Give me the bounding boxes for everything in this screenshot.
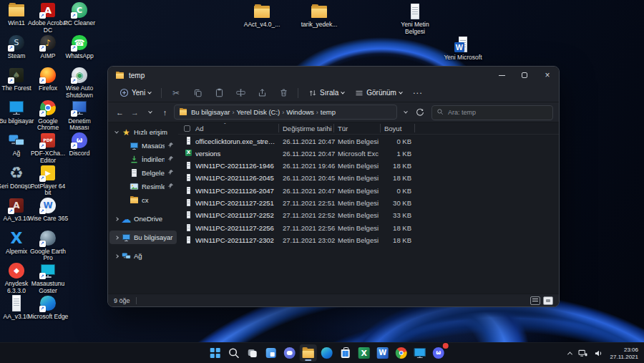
file-row[interactable]: officeclicktorun.exe_streamserver(202...… <box>178 135 559 147</box>
taskbar-display-button[interactable] <box>411 344 429 362</box>
column-header-date[interactable]: Değiştirme tarihi <box>283 125 332 132</box>
breadcrumb-segment[interactable]: Bu bilgisayar <box>190 108 230 116</box>
sidebar-item-resimler[interactable]: Resimler <box>109 180 177 193</box>
expander-chevron-icon[interactable] <box>114 218 119 221</box>
sidebar-item-masaüstü[interactable]: Masaüstü <box>109 139 177 153</box>
network-status-icon[interactable] <box>576 346 590 362</box>
desktop-icon-yeni-metin[interactable]: Yeni Metin Belgesi <box>392 3 438 35</box>
share-button[interactable] <box>253 86 270 100</box>
sidebar-item-belgeler[interactable]: Belgeler <box>109 166 177 180</box>
file-row[interactable]: WIN11PC-20211126-2047 26.11.2021 20:47 M… <box>178 184 559 196</box>
breadcrumb-segment[interactable]: Windows <box>286 108 315 116</box>
desktop-icon-wisecare[interactable]: W↗ Wise Care 365 <box>32 197 64 223</box>
desktop-icon-whatsapp[interactable]: ☎↗ WhatsApp <box>64 34 95 60</box>
sidebar-item-bu-bilgisayar[interactable]: Bu bilgisayar <box>109 231 177 244</box>
details-view-button[interactable] <box>530 296 540 305</box>
desktop-icon-googleearth[interactable]: ↗ Google Earth Pro <box>32 230 64 262</box>
taskbar-chat-button[interactable] <box>281 344 298 362</box>
desktop-icon-yeni-word[interactable]: W Yeni Microsoft ... <box>440 36 486 68</box>
desktop-icon-discord[interactable]: ω↗ Discord <box>64 132 95 158</box>
sidebar-item-ağ[interactable]: Ağ <box>109 249 177 263</box>
desktop-icon-wiseauto[interactable]: ◉↗ Wise Auto Shutdown <box>64 67 95 99</box>
desktop-icon-adobe[interactable]: A↗ Adobe Acrobat DC <box>32 1 64 34</box>
taskbar-clock[interactable]: 23:06 27.11.2021 <box>608 347 641 360</box>
column-header-size[interactable]: Boyut <box>384 125 401 132</box>
desktop-icon-pccleaner[interactable]: C↗ PC Cleaner <box>64 1 95 27</box>
desktop-icon-denetim[interactable]: ↗ Denetim Masası <box>64 100 95 132</box>
taskbar-discord-button[interactable]: ω <box>430 344 447 362</box>
more-options-button[interactable]: ... <box>409 86 427 100</box>
taskbar-task-view-button[interactable] <box>244 344 261 362</box>
window-titlebar[interactable]: temp × <box>108 67 559 84</box>
desktop-icon-potplayer[interactable]: ▶↗ PotPlayer 64 bit <box>32 165 64 197</box>
cut-button[interactable]: ✂ <box>167 86 185 100</box>
column-resize-handle[interactable] <box>278 124 279 132</box>
view-button[interactable]: Görünüm <box>351 86 406 100</box>
column-header-type[interactable]: Tür <box>338 125 348 132</box>
taskbar-widgets-button[interactable] <box>263 344 280 362</box>
close-button[interactable]: × <box>536 67 559 84</box>
desktop-icon-label: WhatsApp <box>59 53 100 60</box>
forward-button[interactable]: → <box>129 105 141 120</box>
address-dropdown-button[interactable] <box>400 105 411 120</box>
up-button[interactable]: ↑ <box>159 105 171 120</box>
desktop-icon-label: Yeni Metin Belgesi <box>393 21 437 35</box>
sidebar-item-cx[interactable]: cx <box>109 193 177 207</box>
select-all-checkbox[interactable] <box>184 125 190 132</box>
desktop-icon-tarik[interactable]: tarik_yedek... <box>296 3 342 29</box>
sidebar-item-i-ndirilenler[interactable]: İndirilenler <box>109 153 177 166</box>
breadcrumb[interactable]: Bu bilgisayar›Yerel Disk (C:)›Windows›te… <box>174 105 397 120</box>
copy-button[interactable] <box>189 86 206 100</box>
file-row[interactable]: X versions 26.11.2021 20:47 Microsoft Ex… <box>178 147 559 159</box>
delete-button[interactable] <box>275 86 292 100</box>
taskbar-chrome-button[interactable] <box>393 344 410 362</box>
sidebar-item-onedrive[interactable]: ☁ OneDrive <box>109 212 177 226</box>
file-row[interactable]: WIN11PC-20211126-2045 26.11.2021 20:45 M… <box>178 172 559 184</box>
show-hidden-icons-button[interactable] <box>566 346 574 362</box>
expander-chevron-icon[interactable] <box>114 236 119 239</box>
maximize-button[interactable] <box>513 67 536 84</box>
refresh-button[interactable] <box>414 105 426 120</box>
file-row[interactable]: WIN11PC-20211127-2251 27.11.2021 22:51 M… <box>178 196 559 208</box>
desktop-icon-edge[interactable]: ↗ Microsoft Edge <box>32 295 64 321</box>
googleearth-icon: ↗ <box>39 230 57 247</box>
taskbar-start-button[interactable] <box>207 344 224 362</box>
recent-locations-button[interactable] <box>144 105 156 120</box>
rename-button[interactable] <box>232 86 249 100</box>
paste-button[interactable] <box>210 86 228 100</box>
breadcrumb-separator: › <box>230 109 235 116</box>
taskbar-search-button[interactable] <box>225 344 243 362</box>
column-header-name[interactable]: Ad <box>195 125 204 132</box>
new-button[interactable]: Yeni <box>115 86 155 100</box>
desktop-icon-masaustunu[interactable]: ↗ Masaustunu Goster <box>32 262 64 294</box>
taskbar-file-explorer-button[interactable] <box>300 344 317 362</box>
file-row[interactable]: WIN11PC-20211127-2252 27.11.2021 22:52 M… <box>178 209 559 221</box>
sidebar-item-label: Bu bilgisayar <box>134 233 177 241</box>
file-row[interactable]: WIN11PC-20211127-2256 27.11.2021 22:56 M… <box>178 221 559 233</box>
taskbar-store-button[interactable] <box>337 344 354 362</box>
taskbar-excel-button[interactable]: X <box>356 344 373 362</box>
column-resize-handle[interactable] <box>414 124 415 132</box>
breadcrumb-segment[interactable]: Yerel Disk (C:) <box>235 108 280 116</box>
volume-icon[interactable] <box>592 346 605 362</box>
minimize-button[interactable] <box>490 67 513 84</box>
file-row[interactable]: WIN11PC-20211126-1946 26.11.2021 19:46 M… <box>178 160 559 172</box>
sort-button[interactable]: Sırala <box>304 86 348 100</box>
search-input[interactable] <box>431 105 553 120</box>
desktop-icon-aact[interactable]: AAct_v4.0_... <box>239 3 285 29</box>
column-resize-handle[interactable] <box>380 124 381 132</box>
taskbar-edge-button[interactable] <box>318 344 336 362</box>
expander-chevron-icon[interactable] <box>114 131 119 134</box>
desktop-icon-image: ↗ <box>39 67 57 84</box>
breadcrumb-segment[interactable]: temp <box>320 108 336 116</box>
taskbar-word-button[interactable]: W <box>374 344 391 362</box>
back-button[interactable]: ← <box>114 105 126 120</box>
desktop-icon-pdfx[interactable]: PDF↗ PDF-XCha... Editor <box>32 132 64 164</box>
sidebar-item-hızlı-erişim[interactable]: ★ Hızlı erişim <box>109 125 177 139</box>
large-icons-view-button[interactable] <box>543 296 553 305</box>
column-resize-handle[interactable] <box>333 124 334 132</box>
file-row[interactable]: WIN11PC-20211127-2302 27.11.2021 23:02 M… <box>178 233 559 246</box>
file-date-modified: 26.11.2021 19:46 <box>283 162 335 170</box>
expander-chevron-icon[interactable] <box>114 255 119 258</box>
sort-button-label: Sırala <box>320 89 338 97</box>
